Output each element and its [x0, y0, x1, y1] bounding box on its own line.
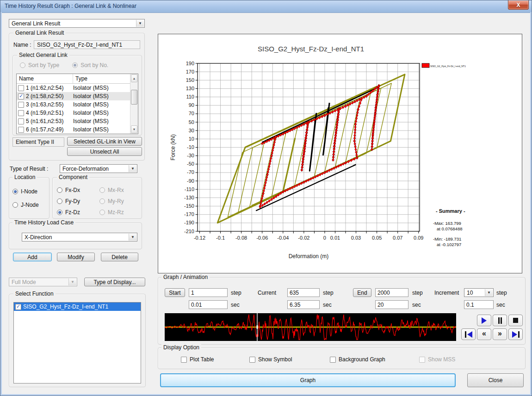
scroll-up-icon[interactable]: ▲: [131, 74, 137, 82]
add-button[interactable]: Add: [13, 253, 52, 261]
general-link-row[interactable]: 3 (n1:63,n2:55)Isolator (MSS): [17, 100, 131, 109]
waveform-display[interactable]: [165, 313, 456, 341]
current-sec-input[interactable]: [287, 300, 320, 309]
svg-text:Deformation (m): Deformation (m): [289, 253, 329, 260]
rewind-button[interactable]: «: [477, 328, 491, 340]
checkbox-icon[interactable]: [18, 102, 24, 108]
select-function-list[interactable]: ✓SISO_G2_Hyst_Fz-Dz_I-end_NT1: [13, 302, 141, 384]
svg-text:-0.12: -0.12: [194, 235, 205, 241]
svg-text:-150: -150: [184, 203, 194, 209]
start-sec-input[interactable]: [189, 300, 228, 309]
skip-start-button[interactable]: [461, 328, 476, 340]
delete-button[interactable]: Delete: [101, 253, 138, 261]
scroll-down-icon[interactable]: ▼: [131, 125, 137, 133]
stop-button[interactable]: [508, 315, 523, 326]
sort-by-type-radio: Sort by Type: [20, 62, 59, 68]
checkbox-icon[interactable]: [249, 357, 255, 363]
checkbox-icon[interactable]: ✓: [15, 304, 21, 310]
display-option-show-symbol[interactable]: Show Symbol: [249, 356, 292, 363]
checkbox-icon[interactable]: [18, 127, 24, 133]
svg-text:0.09: 0.09: [414, 235, 423, 241]
svg-text:-0.02: -0.02: [298, 235, 309, 241]
graph-button[interactable]: Graph: [160, 373, 456, 387]
checkbox-icon[interactable]: [18, 85, 24, 91]
dropdown-arrow-icon: ▼: [136, 20, 144, 27]
result-type-combo[interactable]: General Link Result ▼: [9, 19, 145, 28]
checkbox-icon[interactable]: [330, 357, 336, 363]
location-radio-j-node[interactable]: J-Node: [12, 202, 39, 208]
display-option-background-graph[interactable]: Background Graph: [330, 356, 385, 363]
column-header-type[interactable]: Type: [73, 74, 138, 83]
general-link-row[interactable]: ✓2 (n1:58,n2:50)Isolator (MSS): [17, 92, 131, 100]
svg-text:50: 50: [189, 119, 194, 125]
component-radio-fx-dx-label: Fx-Dx: [65, 187, 80, 193]
pause-button[interactable]: [493, 315, 507, 326]
unselect-all-label: Unselect All: [90, 148, 119, 155]
svg-text:-110: -110: [185, 186, 194, 192]
component-radio-fy-dy[interactable]: Fy-Dy: [57, 198, 99, 204]
end-sec-input[interactable]: [375, 300, 408, 309]
forward-button[interactable]: »: [493, 328, 507, 340]
general-link-row[interactable]: [17, 134, 131, 134]
svg-text:-30: -30: [187, 153, 194, 158]
general-link-list[interactable]: Name Type 1 (n1:62,n2:54)Isolator (MSS)✓…: [16, 74, 138, 134]
selected-gl-link-label: Selected GL-Link in View: [74, 138, 136, 145]
svg-text:-0.04: -0.04: [277, 235, 289, 241]
name-field[interactable]: SISO_G2_Hyst_Fz-Dz_I-end_NT1: [34, 40, 140, 49]
column-header-name[interactable]: Name: [17, 74, 73, 83]
general-link-row[interactable]: 1 (n1:62,n2:54)Isolator (MSS): [17, 84, 131, 92]
sort-by-no-radio-label: Sort by No.: [80, 62, 108, 68]
svg-text:-Min: -189.731: -Min: -189.731: [433, 236, 461, 241]
current-step-input[interactable]: [287, 288, 320, 297]
rewind-icon: «: [482, 330, 486, 337]
skip-end-icon: [512, 331, 517, 338]
increment-step-combo[interactable]: 10 ▼: [464, 288, 494, 297]
play-icon: [482, 317, 487, 324]
footer-close-button[interactable]: Close: [467, 373, 524, 387]
end-step-input[interactable]: [375, 288, 408, 297]
play-button[interactable]: [477, 315, 491, 326]
result-type-combo-value: General Link Result: [12, 20, 60, 27]
location-radio-i-node[interactable]: I-Node: [12, 188, 39, 195]
svg-text:-170: -170: [184, 211, 194, 217]
sec-unit-label: sec: [412, 300, 421, 309]
svg-text:Force (kN): Force (kN): [170, 134, 176, 161]
svg-text:0: 0: [323, 235, 326, 241]
display-option-plot-table[interactable]: Plot Table: [181, 356, 214, 363]
radio-icon: [72, 62, 78, 68]
type-of-result-combo[interactable]: Force-Deformation ▼: [60, 164, 137, 173]
general-link-type: Isolator (MSS): [73, 93, 109, 99]
sort-by-type-radio-label: Sort by Type: [28, 62, 59, 68]
load-case-combo[interactable]: X-Direction ▼: [22, 233, 137, 241]
component-radio-fz-dz[interactable]: Fz-Dz: [57, 209, 99, 216]
general-link-row[interactable]: 4 (n1:59,n2:51)Isolator (MSS): [17, 109, 131, 117]
checkbox-icon[interactable]: [18, 118, 24, 124]
end-button[interactable]: End: [353, 288, 371, 297]
radio-icon: [57, 198, 62, 204]
scrollbar[interactable]: ▲ ▼: [130, 74, 138, 134]
increment-sec-input[interactable]: [464, 300, 494, 309]
svg-text:0.05: 0.05: [372, 235, 382, 241]
general-link-row[interactable]: 5 (n1:61,n2:53)Isolator (MSS): [17, 117, 131, 125]
unselect-all-button[interactable]: Unselect All: [67, 147, 142, 156]
modify-button[interactable]: Modify: [57, 253, 95, 261]
hysteresis-chart: SISO_G2_Hyst_Fz-Dz_I-end_NT1-0.12-0.1-0.…: [158, 34, 522, 273]
type-of-display-button[interactable]: Type of Display...: [84, 278, 145, 286]
title-bar[interactable]: Time History Result Graph : General Link…: [0, 0, 532, 13]
component-radio-fx-dx[interactable]: Fx-Dx: [57, 187, 99, 193]
checkbox-icon[interactable]: [18, 110, 24, 116]
start-button[interactable]: Start: [165, 288, 185, 297]
skip-end-button[interactable]: [508, 328, 523, 340]
close-button[interactable]: X: [508, 0, 529, 10]
general-link-row[interactable]: 6 (n1:57,n2:49)Isolator (MSS): [17, 125, 131, 134]
checkbox-icon[interactable]: ✓: [18, 93, 24, 99]
start-step-input[interactable]: [189, 288, 228, 297]
selected-gl-link-in-view-button[interactable]: Selected GL-Link in View: [67, 137, 142, 146]
display-option-label: Show Symbol: [258, 356, 292, 363]
general-link-list-header: Name Type: [17, 74, 138, 84]
type-of-display-label: Type of Display...: [93, 279, 136, 285]
select-function-item-label: SISO_G2_Hyst_Fz-Dz_I-end_NT1: [23, 303, 108, 310]
select-function-item[interactable]: ✓SISO_G2_Hyst_Fz-Dz_I-end_NT1: [14, 303, 141, 311]
checkbox-icon[interactable]: [181, 357, 187, 363]
scrollbar-thumb[interactable]: [131, 90, 137, 105]
